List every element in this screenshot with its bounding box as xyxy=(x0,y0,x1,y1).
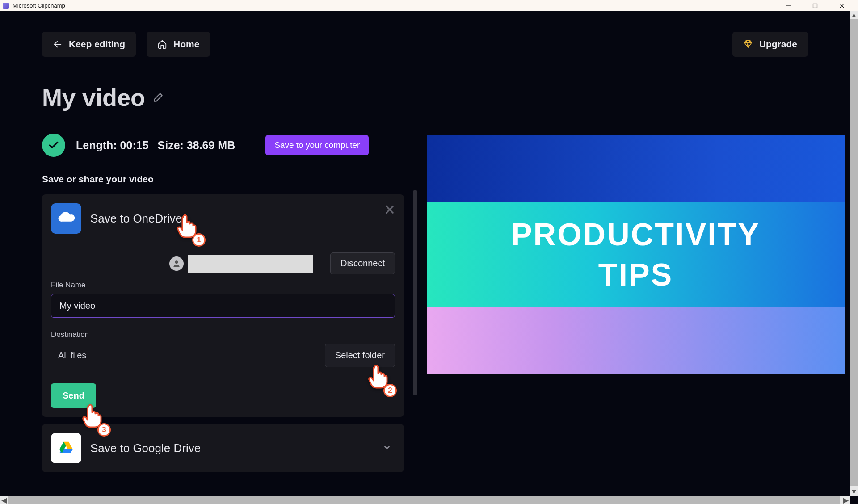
chevron-down-icon xyxy=(383,444,391,453)
onedrive-title: Save to OneDrive xyxy=(90,212,182,226)
googledrive-title: Save to Google Drive xyxy=(90,441,201,455)
horizontal-scrollbar[interactable]: ◀ ▶ xyxy=(0,496,850,504)
edit-title-icon[interactable] xyxy=(152,92,164,103)
account-email-redacted xyxy=(188,255,313,273)
account-avatar-icon xyxy=(169,256,184,271)
app-logo-icon xyxy=(3,3,9,9)
svg-rect-1 xyxy=(813,4,817,8)
upgrade-label: Upgrade xyxy=(759,39,797,50)
vertical-scrollbar[interactable]: ▲ ▼ xyxy=(850,11,858,496)
svg-point-6 xyxy=(175,260,178,264)
destination-value: All files xyxy=(51,350,86,361)
save-to-computer-button[interactable]: Save to your computer xyxy=(265,135,369,155)
video-info: Length: 00:15 Size: 38.69 MB xyxy=(76,139,235,152)
window-titlebar: Microsoft Clipchamp xyxy=(0,0,858,11)
home-icon xyxy=(157,39,167,49)
app-body: Keep editing Home Upgrade My video Lengt… xyxy=(0,11,858,504)
window-close-button[interactable] xyxy=(829,0,855,11)
google-drive-icon xyxy=(51,433,81,463)
onedrive-icon xyxy=(51,203,81,234)
file-name-label: File Name xyxy=(51,281,395,290)
preview-text-line1: PRODUCTIVITY xyxy=(511,217,760,252)
video-preview: PRODUCTIVITY TIPS xyxy=(427,135,845,374)
home-button[interactable]: Home xyxy=(147,32,210,57)
file-name-input[interactable] xyxy=(51,294,395,318)
video-title: My video xyxy=(42,84,145,111)
success-check-icon xyxy=(42,134,65,157)
onedrive-panel: Save to OneDrive Disconnect File Name De… xyxy=(42,194,404,417)
googledrive-panel[interactable]: Save to Google Drive xyxy=(42,424,404,472)
window-maximize-button[interactable] xyxy=(802,0,829,11)
arrow-left-icon xyxy=(53,39,63,49)
preview-text-line2: TIPS xyxy=(598,257,673,293)
window-minimize-button[interactable] xyxy=(775,0,802,11)
home-label: Home xyxy=(173,39,199,50)
destination-label: Destination xyxy=(51,330,395,339)
select-folder-button[interactable]: Select folder xyxy=(325,344,395,367)
diamond-icon xyxy=(743,39,753,49)
disconnect-button[interactable]: Disconnect xyxy=(330,252,395,274)
app-title: Microsoft Clipchamp xyxy=(13,2,65,9)
send-button[interactable]: Send xyxy=(51,383,96,408)
keep-editing-button[interactable]: Keep editing xyxy=(42,32,136,57)
panel-scrollbar[interactable] xyxy=(413,190,417,395)
upgrade-button[interactable]: Upgrade xyxy=(732,32,808,57)
panel-close-icon[interactable] xyxy=(385,205,394,214)
keep-editing-label: Keep editing xyxy=(69,39,125,50)
